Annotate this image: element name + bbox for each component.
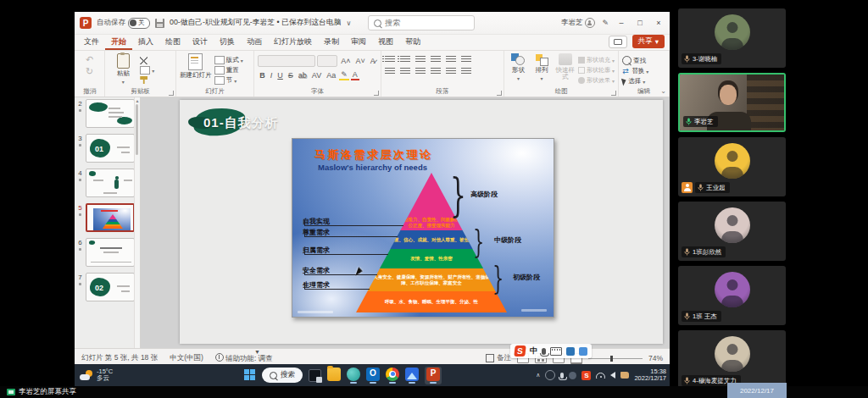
tray-sogou-icon[interactable]: S xyxy=(581,371,591,380)
dialog-launcher-icon[interactable] xyxy=(374,91,379,96)
maslow-pyramid-image[interactable]: 马斯洛需求层次理论 Maslow's hierarchy of needs 道德… xyxy=(292,138,554,318)
zoom-slider[interactable] xyxy=(588,358,643,359)
notes-button[interactable]: 备注 xyxy=(486,353,511,363)
volume-icon[interactable] xyxy=(610,372,615,379)
slide-title-block[interactable]: 01-自我分析 xyxy=(192,105,378,142)
tray-mic-icon[interactable] xyxy=(560,373,564,379)
numbered-list-icon[interactable] xyxy=(400,56,410,64)
font-size-select[interactable] xyxy=(317,55,337,67)
ribbon-tab-6[interactable]: 动画 xyxy=(241,35,268,50)
text-direction-icon[interactable] xyxy=(446,56,456,64)
participant-tile-6[interactable]: 4-穆海麦提艾力 xyxy=(678,330,786,390)
tray-sync-icon[interactable] xyxy=(545,370,555,380)
change-case-button[interactable]: Aa xyxy=(325,71,337,80)
quick-styles-button[interactable]: 快速样式 xyxy=(554,53,576,86)
copy-button[interactable]: ▾ xyxy=(140,66,154,75)
ribbon-tab-4[interactable]: 设计 xyxy=(186,35,214,50)
secondary-clock-overlay[interactable]: 2022/12/17 xyxy=(727,383,787,398)
strikethrough-button[interactable]: S xyxy=(287,71,295,80)
highlight-color-button[interactable]: ✎ xyxy=(339,70,349,80)
ribbon-tab-0[interactable]: 文件 xyxy=(78,35,105,50)
shape-effects-button[interactable]: 形状效果▾ xyxy=(578,76,615,85)
ime-toolbox-icon[interactable] xyxy=(566,347,575,356)
slide-canvas[interactable]: 01-自我分析 马斯洛需求层次理论 Maslow's hierarchy of … xyxy=(180,100,663,344)
ribbon-tab-7[interactable]: 幻灯片放映 xyxy=(268,35,318,50)
meeting-app-icon[interactable] xyxy=(347,368,360,381)
taskbar-clock[interactable]: 15:382022/12/17 xyxy=(634,368,666,383)
ribbon-tab-3[interactable]: 绘图 xyxy=(159,35,186,50)
taskbar-search[interactable]: 搜索 xyxy=(262,368,303,383)
underline-button[interactable]: U xyxy=(275,71,285,80)
file-explorer-icon[interactable] xyxy=(327,368,341,381)
tray-misc-icon[interactable] xyxy=(620,372,629,379)
maximize-button[interactable]: □ xyxy=(634,19,646,27)
char-spacing-button[interactable]: AV xyxy=(310,71,323,80)
ime-skin-icon[interactable] xyxy=(579,347,587,356)
increase-font-icon[interactable]: A˄ xyxy=(339,57,352,65)
font-color-button[interactable]: A xyxy=(351,70,359,80)
slide-thumbnail-7[interactable]: 02 xyxy=(86,273,135,301)
weather-widget[interactable]: -15°C多云 xyxy=(80,368,113,383)
line-spacing-icon[interactable] xyxy=(461,56,471,64)
autosave-toggle[interactable]: 自动保存 关 xyxy=(97,18,150,29)
participant-tile-5[interactable]: 1班 王杰 xyxy=(678,266,786,325)
ime-mic-icon[interactable] xyxy=(542,348,546,355)
participant-tile-3[interactable]: 王业超 xyxy=(678,137,786,196)
text-shadow-button[interactable]: ab xyxy=(297,71,309,80)
columns-icon[interactable] xyxy=(446,68,456,75)
ribbon-tab-9[interactable]: 审阅 xyxy=(345,35,372,50)
slide-thumbnail-3[interactable]: 01 xyxy=(86,134,135,163)
replace-button[interactable]: ⇄替换▾ xyxy=(622,67,648,75)
slide-thumbnail-4[interactable] xyxy=(86,169,135,197)
language-indicator[interactable]: 中文(中国) xyxy=(170,353,203,363)
undo-icon[interactable]: ↶ xyxy=(86,55,93,64)
start-button[interactable] xyxy=(244,369,256,381)
participant-tile-4[interactable]: 1班彭欣然 xyxy=(678,202,786,261)
outlook-icon[interactable] xyxy=(366,368,380,381)
shape-outline-button[interactable]: 形状轮廓▾ xyxy=(578,66,615,75)
indent-decrease-icon[interactable] xyxy=(415,56,426,64)
paste-button[interactable]: 粘贴▾ xyxy=(108,53,137,86)
thumbnail-scrollbar[interactable]: ▲ xyxy=(134,97,140,348)
powerpoint-logo-icon[interactable]: P xyxy=(80,17,92,29)
dialog-launcher-icon[interactable] xyxy=(497,91,502,96)
collapse-arrow-icon[interactable]: ▼ xyxy=(254,349,260,355)
sogou-logo-icon[interactable]: S xyxy=(514,345,526,357)
autosave-switch[interactable]: 关 xyxy=(128,18,150,29)
slide-thumbnail-5[interactable] xyxy=(86,203,135,232)
inking-icon[interactable]: ✎ xyxy=(602,19,609,27)
bold-button[interactable]: B xyxy=(258,71,267,80)
clear-format-icon[interactable]: A̷ xyxy=(369,57,377,65)
dialog-launcher-icon[interactable] xyxy=(611,91,616,96)
section-button[interactable]: 节▾ xyxy=(214,76,243,85)
align-center-icon[interactable] xyxy=(400,68,410,75)
redo-icon[interactable]: ↻ xyxy=(86,67,93,75)
ime-keyboard-icon[interactable] xyxy=(550,347,562,356)
select-button[interactable]: 选择▾ xyxy=(622,77,648,86)
task-view-button[interactable] xyxy=(309,369,321,382)
arrange-button[interactable]: 排列▾ xyxy=(531,53,553,86)
powerpoint-taskbar-icon[interactable] xyxy=(426,368,440,381)
tray-expand-icon[interactable]: ∧ xyxy=(536,372,540,379)
ribbon-tab-10[interactable]: 视图 xyxy=(372,35,399,50)
ribbon-tab-11[interactable]: 帮助 xyxy=(399,35,426,50)
share-button[interactable]: 共享▾ xyxy=(632,35,665,48)
smartart-convert-icon[interactable] xyxy=(461,68,471,75)
ribbon-tab-1[interactable]: 开始 xyxy=(105,35,132,50)
justify-icon[interactable] xyxy=(431,68,441,75)
bullet-list-icon[interactable] xyxy=(385,56,395,64)
shapes-button[interactable]: 形状▾ xyxy=(508,53,529,86)
font-name-select[interactable] xyxy=(258,55,315,67)
collapse-ribbon-icon[interactable]: ⌄ xyxy=(660,87,666,95)
participant-tile-2[interactable]: 李岩芝 xyxy=(678,73,786,132)
slide-thumbnail-2[interactable] xyxy=(86,99,135,128)
close-button[interactable]: × xyxy=(653,19,665,27)
slide-thumbnail-6[interactable] xyxy=(86,238,135,267)
italic-button[interactable]: I xyxy=(269,71,275,80)
ime-mode-chinese[interactable]: 中 xyxy=(530,345,537,357)
ribbon-tab-5[interactable]: 切换 xyxy=(214,35,241,50)
photos-app-icon[interactable] xyxy=(405,368,419,381)
align-right-icon[interactable] xyxy=(415,68,426,75)
cut-button[interactable] xyxy=(140,57,154,64)
minimize-button[interactable]: – xyxy=(615,19,627,27)
